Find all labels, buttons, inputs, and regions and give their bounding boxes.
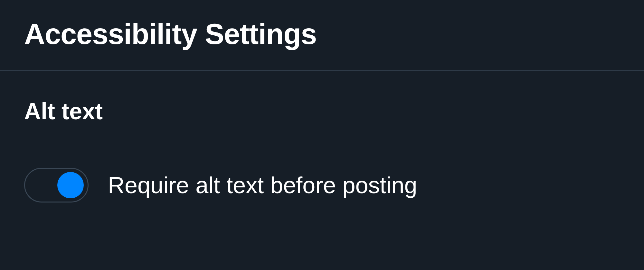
require-alt-text-toggle[interactable]	[24, 168, 89, 203]
section-heading-alt-text: Alt text	[24, 98, 620, 124]
toggle-knob-icon	[57, 172, 84, 198]
settings-header: Accessibility Settings	[0, 0, 644, 71]
require-alt-text-label: Require alt text before posting	[108, 172, 417, 198]
alt-text-section: Alt text Require alt text before posting	[0, 71, 644, 203]
setting-require-alt-text: Require alt text before posting	[24, 168, 620, 203]
page-title: Accessibility Settings	[24, 18, 620, 51]
